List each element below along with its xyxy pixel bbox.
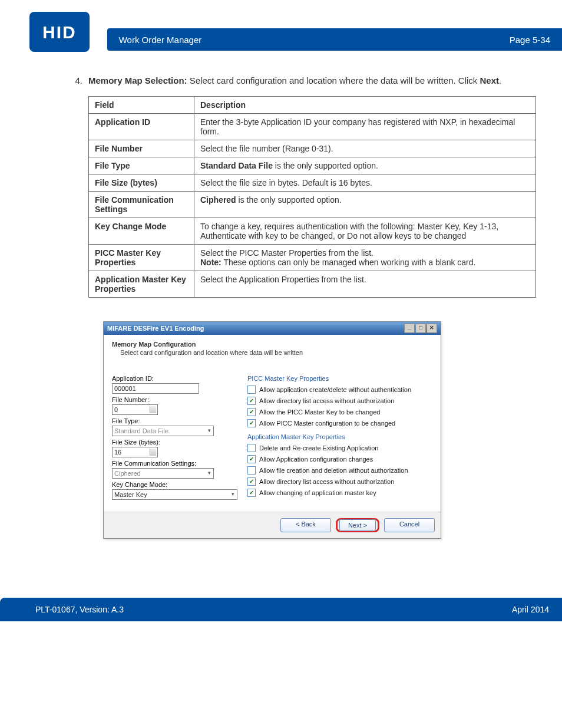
dialog-footer: < Back Next > Cancel (104, 512, 441, 538)
cell-field: PICC Master Key Properties (89, 245, 194, 271)
desc-bold: Ciphered (200, 195, 236, 205)
cell-desc: Select the file size in bytes. Default i… (194, 174, 536, 192)
dialog-subdesc: Select card configuration and location w… (120, 349, 432, 356)
cancel-button[interactable]: Cancel (384, 518, 435, 532)
table-row: File Size (bytes) Select the file size i… (89, 174, 536, 192)
checkbox-row[interactable]: Allow changing of application master key (247, 489, 432, 497)
close-icon[interactable]: ✕ (427, 324, 437, 333)
checkbox-icon[interactable] (247, 455, 256, 463)
file-number-spinner[interactable]: 0 (112, 404, 158, 415)
cell-field: Application Master Key Properties (89, 271, 194, 298)
dialog-right-column: PICC Master Key Properties Allow applica… (247, 373, 432, 500)
cell-desc: Select the Application Properties from t… (194, 271, 536, 298)
checkbox-row[interactable]: Allow file creation and deletion without… (247, 466, 432, 475)
maximize-icon[interactable]: □ (415, 324, 426, 333)
table-row: File Communication Settings Ciphered is … (89, 192, 536, 218)
checkbox-row[interactable]: Allow the PICC Master Key to be changed (247, 408, 432, 416)
app-id-input[interactable]: 000001 (112, 383, 199, 394)
checkbox-icon[interactable] (247, 477, 256, 486)
checkbox-icon[interactable] (247, 397, 256, 405)
file-number-label: File Number: (112, 396, 247, 403)
checkbox-row[interactable]: Allow directory list access without auth… (247, 397, 432, 405)
page-content: 4. Memory Map Selection: Select card con… (0, 52, 562, 539)
minimize-icon[interactable]: _ (404, 324, 415, 333)
next-button-highlight: Next > (336, 518, 379, 532)
cell-desc: Standard Data File is the only supported… (194, 157, 536, 174)
table-row: PICC Master Key Properties Select the PI… (89, 245, 536, 271)
checkbox-icon[interactable] (247, 489, 256, 497)
checkbox-row[interactable]: Delete and Re-create Existing Applicatio… (247, 444, 432, 452)
key-change-mode-select[interactable]: Master Key (112, 489, 237, 500)
checkbox-icon[interactable] (247, 386, 256, 394)
next-button[interactable]: Next > (339, 519, 376, 531)
app-master-section-head: Application Master Key Properties (247, 433, 432, 440)
cell-field: Application ID (89, 114, 194, 140)
checkbox-icon[interactable] (247, 408, 256, 416)
doc-id: PLT-01067, Version: A.3 (35, 605, 124, 614)
checkbox-label: Delete and Re-create Existing Applicatio… (259, 444, 378, 452)
dialog-subtitle: Memory Map Configuration (112, 341, 432, 348)
file-size-label: File Size (bytes): (112, 439, 247, 446)
cell-desc: To change a key, requires authentication… (194, 218, 536, 245)
checkbox-row[interactable]: Allow application create/delete without … (247, 386, 432, 394)
cell-desc: Select the file number (Range 0-31). (194, 140, 536, 157)
cell-desc: Select the PICC Master Properties from t… (194, 245, 536, 271)
th-description: Description (194, 97, 536, 114)
checkbox-icon[interactable] (247, 419, 256, 427)
table-row: Key Change Mode To change a key, require… (89, 218, 536, 245)
desc-tail: is the only supported option. (273, 161, 378, 170)
checkbox-label: Allow directory list access without auth… (259, 478, 394, 485)
page-number: Page 5-34 (510, 35, 550, 45)
window-controls: _□✕ (404, 324, 437, 333)
desc-note-tail: These options can only be managed when w… (222, 258, 476, 267)
table-row: Application ID Enter the 3-byte Applicat… (89, 114, 536, 140)
cell-desc: Enter the 3-byte Application ID your com… (194, 114, 536, 140)
step-text: Memory Map Selection: Select card config… (88, 75, 501, 85)
file-type-select[interactable]: Standard Data File (112, 426, 214, 436)
picc-section-head: PICC Master Key Properties (247, 375, 432, 382)
comm-settings-select[interactable]: Ciphered (112, 468, 214, 479)
cell-desc: Ciphered is the only supported option. (194, 192, 536, 218)
checkbox-icon[interactable] (247, 444, 256, 452)
checkbox-row[interactable]: Allow Application configuration changes (247, 455, 432, 463)
desc-tail: is the only supported option. (236, 195, 342, 205)
step-next-bold: Next (480, 75, 499, 85)
step-body-a: Select card configuration and location w… (187, 75, 480, 85)
table-header-row: Field Description (89, 97, 536, 114)
table-row: Application Master Key Properties Select… (89, 271, 536, 298)
cell-field: File Size (bytes) (89, 174, 194, 192)
checkbox-label: Allow the PICC Master Key to be changed (259, 409, 380, 416)
desc-note-bold: Note: (200, 258, 222, 267)
table-row: File Type Standard Data File is the only… (89, 157, 536, 174)
checkbox-label: Allow PICC Master configuration to be ch… (259, 420, 395, 427)
cell-field: File Number (89, 140, 194, 157)
checkbox-label: Allow directory list access without auth… (259, 397, 394, 404)
hid-logo: HID (29, 12, 90, 52)
cell-field: File Communication Settings (89, 192, 194, 218)
step-4: 4. Memory Map Selection: Select card con… (65, 75, 527, 85)
th-field: Field (89, 97, 194, 114)
checkbox-row[interactable]: Allow PICC Master configuration to be ch… (247, 419, 432, 427)
step-heading: Memory Map Selection: (88, 75, 187, 85)
desc-line1: Select the PICC Master Properties from t… (200, 248, 530, 258)
cell-field: Key Change Mode (89, 218, 194, 245)
key-change-mode-label: Key Change Mode: (112, 481, 247, 488)
doc-date: April 2014 (512, 605, 549, 614)
checkbox-icon[interactable] (247, 466, 256, 475)
doc-title: Work Order Manager (119, 35, 202, 45)
file-size-spinner[interactable]: 16 (112, 447, 158, 457)
back-button[interactable]: < Back (280, 518, 331, 532)
dialog-titlebar: MIFARE DESFire EV1 Encoding _□✕ (104, 322, 441, 335)
step-number: 4. (65, 75, 82, 85)
dialog-title: MIFARE DESFire EV1 Encoding (107, 325, 204, 332)
app-id-label: Application ID: (112, 375, 247, 382)
step-body-b: . (499, 75, 501, 85)
dialog-window: MIFARE DESFire EV1 Encoding _□✕ Memory M… (103, 321, 441, 539)
page-header: HID Work Order Manager Page 5-34 (0, 0, 562, 52)
checkbox-label: Allow application create/delete without … (259, 386, 411, 393)
header-bar: Work Order Manager Page 5-34 (107, 28, 562, 51)
cell-field: File Type (89, 157, 194, 174)
file-type-label: File Type: (112, 417, 247, 424)
checkbox-row[interactable]: Allow directory list access without auth… (247, 477, 432, 486)
desc-bold: Standard Data File (200, 161, 273, 170)
